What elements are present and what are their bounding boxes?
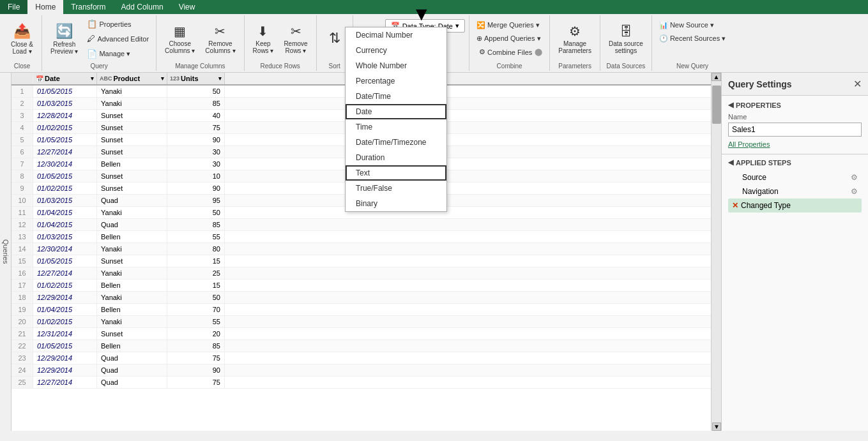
cell-date: 01/05/2015	[33, 134, 97, 146]
dropdown-truefalse[interactable]: True/False	[346, 181, 446, 196]
dropdown-decimal-number[interactable]: Decimal Number	[346, 27, 446, 43]
date-filter-icon[interactable]: ▾	[91, 75, 94, 82]
dropdown-binary[interactable]: Binary	[346, 196, 446, 211]
remove-rows-button[interactable]: ✂ RemoveRows ▾	[279, 17, 312, 61]
scroll-up-arrow[interactable]: ▲	[712, 73, 721, 81]
dropdown-duration[interactable]: Duration	[346, 150, 446, 165]
cell-units: 80	[167, 243, 225, 255]
cell-product: Yanaki	[97, 267, 167, 279]
step-item[interactable]: ✕Changed Type	[728, 198, 862, 213]
table-row[interactable]: 13 01/03/2015 Bellen 55	[11, 231, 711, 243]
append-queries-button[interactable]: ⊕ Append Queries ▾	[473, 33, 544, 45]
dropdown-text[interactable]: Text	[346, 165, 446, 181]
table-row[interactable]: 17 01/02/2015 Bellen 15	[11, 280, 711, 292]
cell-units: 75	[167, 122, 225, 133]
refresh-label: RefreshPreview ▾	[50, 41, 78, 55]
properties-button[interactable]: 📋 Properties	[84, 17, 152, 31]
cell-product: Yanaki	[97, 316, 167, 327]
step-remove-icon[interactable]: ✕	[732, 201, 738, 210]
scroll-down-arrow[interactable]: ▼	[712, 422, 721, 431]
queries-sidebar[interactable]: Queries	[0, 73, 11, 431]
append-queries-label: Append Queries ▾	[484, 34, 541, 43]
cell-product: Yanaki	[97, 292, 167, 303]
remove-rows-icon: ✂	[291, 24, 301, 39]
table-row[interactable]: 22 01/05/2015 Bellen 85	[11, 340, 711, 352]
cell-product: Quad	[97, 352, 167, 364]
table-row[interactable]: 15 01/05/2015 Sunset 15	[11, 255, 711, 267]
cell-units: 55	[167, 231, 225, 243]
cell-date: 12/27/2014	[33, 267, 97, 279]
product-filter-icon[interactable]: ▾	[161, 75, 164, 82]
manage-button[interactable]: 📄 Manage ▾	[84, 47, 152, 61]
row-number: 12	[11, 219, 33, 230]
advanced-editor-button[interactable]: 🖊 Advanced Editor	[84, 32, 152, 45]
cell-date: 12/30/2014	[33, 243, 97, 255]
query-panel-close-button[interactable]: ✕	[853, 78, 862, 90]
combine-files-button[interactable]: ⚙ Combine Files ⬤	[476, 46, 545, 58]
table-row[interactable]: 14 12/30/2014 Yanaki 80	[11, 243, 711, 255]
properties-label: Properties	[99, 20, 131, 28]
table-row[interactable]: 20 01/02/2015 Yanaki 55	[11, 316, 711, 328]
new-source-button[interactable]: 📊 New Source ▾	[656, 19, 717, 31]
query-group-label: Query	[90, 61, 107, 70]
ribbon-group-close: 📤 Close &Load ▾ Close	[3, 15, 42, 71]
scroll-thumb[interactable]	[712, 86, 721, 124]
column-header-product[interactable]: ABC Product ▾	[97, 73, 167, 84]
properties-collapse-icon[interactable]: ◀	[728, 101, 733, 109]
step-gear-icon[interactable]: ⚙	[851, 187, 858, 196]
remove-columns-button[interactable]: ✂ RemoveColumns ▾	[201, 17, 240, 61]
query-name-input[interactable]	[728, 123, 862, 137]
choose-columns-button[interactable]: ▦ ChooseColumns ▾	[160, 17, 199, 61]
dropdown-whole-number[interactable]: Whole Number	[346, 58, 446, 73]
table-row[interactable]: 19 01/04/2015 Bellen 70	[11, 304, 711, 316]
cell-product: Bellen	[97, 280, 167, 291]
table-row[interactable]: 12 01/04/2015 Quad 85	[11, 219, 711, 231]
cell-units: 90	[167, 364, 225, 376]
recent-sources-label: Recent Sources ▾	[670, 34, 726, 43]
row-number: 10	[11, 195, 33, 206]
dropdown-datetime-timezone[interactable]: Date/Time/Timezone	[346, 135, 446, 150]
merge-queries-button[interactable]: 🔀 Merge Queries ▾	[473, 19, 543, 31]
tab-file[interactable]: File	[0, 0, 27, 14]
cell-date: 01/03/2015	[33, 195, 97, 206]
table-row[interactable]: 16 12/27/2014 Yanaki 25	[11, 267, 711, 280]
refresh-preview-button[interactable]: 🔄 RefreshPreview ▾	[46, 17, 82, 61]
table-row[interactable]: 25 12/27/2014 Quad 75	[11, 377, 711, 389]
data-source-settings-icon: 🗄	[620, 24, 632, 39]
manage-parameters-button[interactable]: ⚙ ManageParameters	[554, 17, 596, 61]
tab-transform[interactable]: Transform	[63, 0, 113, 14]
choose-columns-icon: ▦	[174, 24, 186, 39]
tab-home[interactable]: Home	[27, 0, 63, 14]
refresh-icon: 🔄	[56, 23, 73, 40]
step-item[interactable]: Source⚙	[728, 170, 862, 184]
cell-date: 01/02/2015	[33, 316, 97, 327]
dropdown-datetime[interactable]: Date/Time	[346, 89, 446, 104]
column-header-units[interactable]: 123 Units ▾	[167, 73, 225, 84]
units-filter-icon[interactable]: ▾	[218, 75, 222, 82]
steps-collapse-icon[interactable]: ◀	[728, 158, 733, 167]
all-properties-link[interactable]: All Properties	[728, 140, 770, 148]
dropdown-time[interactable]: Time	[346, 119, 446, 135]
keep-rows-button[interactable]: ⬇ KeepRows ▾	[248, 17, 278, 61]
vertical-scrollbar[interactable]: ▲ ▼	[711, 73, 721, 431]
tab-add-column[interactable]: Add Column	[114, 0, 171, 14]
step-item[interactable]: Navigation⚙	[728, 184, 862, 198]
ribbon-group-data-sources: 🗄 Data sourcesettings Data Sources	[600, 15, 652, 71]
close-load-button[interactable]: 📤 Close &Load ▾	[6, 17, 38, 61]
table-row[interactable]: 23 12/29/2014 Quad 75	[11, 352, 711, 364]
column-header-date[interactable]: 📅 Date ▾	[33, 73, 97, 84]
table-row[interactable]: 21 12/31/2014 Sunset 20	[11, 328, 711, 340]
dropdown-date[interactable]: Date	[346, 104, 446, 119]
table-row[interactable]: 24 12/29/2014 Quad 90	[11, 364, 711, 377]
cell-units: 20	[167, 328, 225, 340]
cell-date: 01/04/2015	[33, 207, 97, 218]
ribbon-group-parameters: ⚙ ManageParameters Parameters	[550, 15, 600, 71]
cell-product: Quad	[97, 364, 167, 376]
tab-view[interactable]: View	[171, 0, 203, 14]
data-source-settings-button[interactable]: 🗄 Data sourcesettings	[604, 17, 648, 61]
dropdown-percentage[interactable]: Percentage	[346, 73, 446, 89]
step-gear-icon[interactable]: ⚙	[851, 173, 858, 182]
recent-sources-button[interactable]: 🕐 Recent Sources ▾	[656, 33, 729, 45]
dropdown-currency[interactable]: Currency	[346, 43, 446, 58]
table-row[interactable]: 18 12/29/2014 Yanaki 50	[11, 292, 711, 304]
